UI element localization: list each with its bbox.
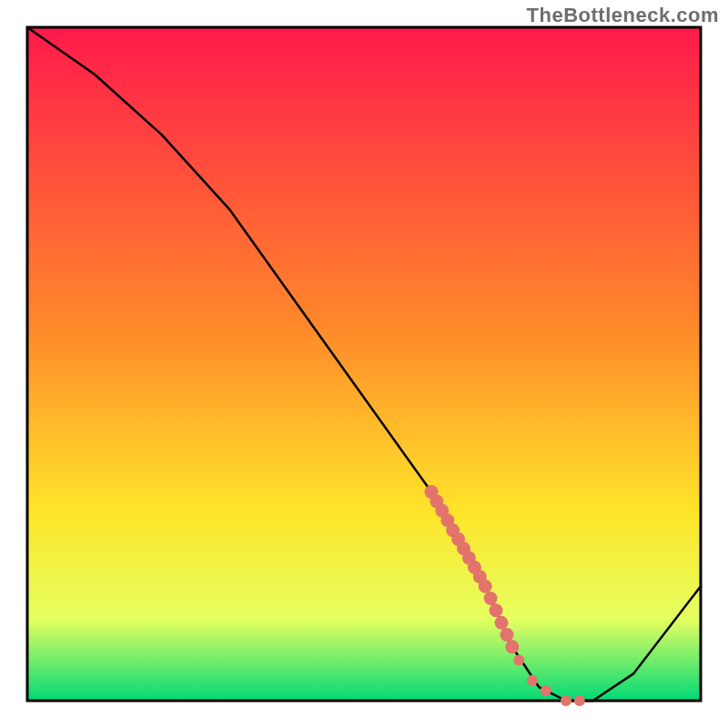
highlight-dot	[574, 695, 585, 706]
highlight-dot	[484, 592, 498, 605]
chart-svg	[0, 0, 728, 728]
plot-area	[27, 27, 701, 706]
highlight-dot	[500, 628, 513, 642]
highlight-dot	[479, 580, 492, 593]
chart-stage: TheBottleneck.com	[0, 0, 728, 728]
highlight-dot	[495, 616, 509, 630]
highlight-dot	[505, 640, 519, 653]
highlight-dot	[527, 675, 538, 686]
gradient-background	[27, 27, 701, 701]
highlight-dot	[490, 603, 503, 617]
highlight-dot	[541, 685, 551, 696]
highlight-dot	[561, 695, 571, 706]
highlight-dot	[513, 655, 524, 666]
